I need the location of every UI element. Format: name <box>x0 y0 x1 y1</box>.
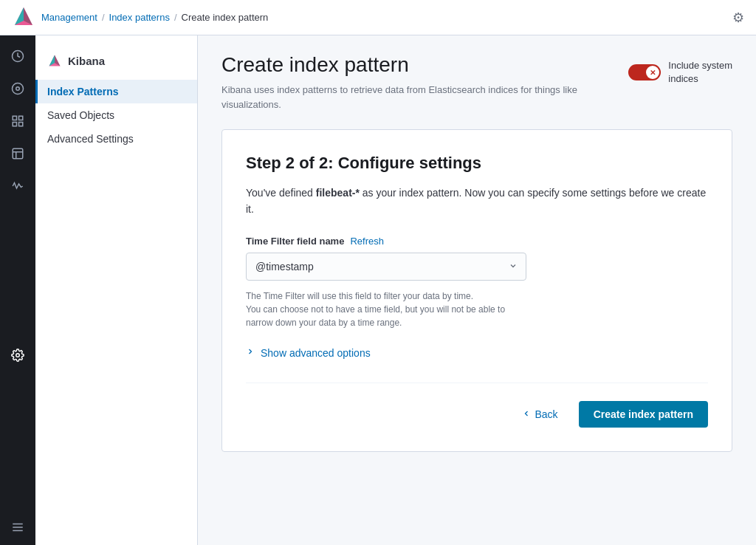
field-help-text: The Time Filter will use this field to f… <box>246 289 526 329</box>
topbar-logo <box>12 4 41 30</box>
topbar-settings-icon[interactable]: ⚙ <box>732 10 744 25</box>
sidebar-item-saved-objects[interactable]: Saved Objects <box>35 103 197 127</box>
time-filter-label: Time Filter field name Refresh <box>246 236 708 247</box>
svg-point-13 <box>16 354 20 357</box>
topbar-right: ⚙ <box>732 10 744 26</box>
chevron-left-icon <box>522 408 531 420</box>
back-button[interactable]: Back <box>513 402 567 426</box>
breadcrumb-sep-2: / <box>174 12 177 23</box>
rail-icon-clock[interactable] <box>3 41 32 71</box>
breadcrumb-sep-1: / <box>102 12 105 23</box>
breadcrumb-index-patterns[interactable]: Index patterns <box>109 12 170 23</box>
system-indices-toggle-group: ✕ Include systemindices <box>628 59 732 86</box>
svg-rect-9 <box>19 123 23 126</box>
rail-icon-dashboard[interactable] <box>3 139 32 168</box>
main-content: Create index pattern Kibana uses index p… <box>198 35 756 545</box>
create-index-pattern-button[interactable]: Create index pattern <box>579 401 708 428</box>
step-title: Step 2 of 2: Configure settings <box>246 154 708 173</box>
rail-icon-timelion[interactable] <box>3 171 32 201</box>
step-description-prefix: You've defined <box>246 187 316 199</box>
sidebar-item-index-patterns[interactable]: Index Patterns <box>35 80 197 103</box>
breadcrumb-management[interactable]: Management <box>41 12 97 23</box>
breadcrumb-current: Create index pattern <box>182 12 269 23</box>
time-filter-select[interactable]: @timestamp I don't want to use the Time … <box>246 253 526 281</box>
rail-icon-visualize[interactable] <box>3 106 32 136</box>
svg-point-4 <box>13 83 24 95</box>
time-filter-select-wrapper: @timestamp I don't want to use the Time … <box>246 253 526 281</box>
page-title: Create index pattern <box>221 53 605 77</box>
breadcrumb: Management / Index patterns / Create ind… <box>41 12 268 23</box>
step-card: Step 2 of 2: Configure settings You've d… <box>221 129 732 452</box>
sidebar-app-name: Kibana <box>35 47 197 80</box>
rail-icon-collapse[interactable] <box>3 515 32 545</box>
toggle-close-icon: ✕ <box>646 66 659 79</box>
layout: Kibana Index Patterns Saved Objects Adva… <box>0 35 756 545</box>
rail-icon-discover[interactable] <box>3 74 32 103</box>
sidebar: Kibana Index Patterns Saved Objects Adva… <box>35 35 198 545</box>
page-subtitle: Kibana uses index patterns to retrieve d… <box>221 83 605 112</box>
topbar: Management / Index patterns / Create ind… <box>0 0 756 35</box>
sidebar-nav: Index Patterns Saved Objects Advanced Se… <box>35 80 197 151</box>
svg-rect-6 <box>13 116 16 120</box>
show-advanced-options-button[interactable]: Show advanced options <box>246 347 371 359</box>
system-indices-label: Include systemindices <box>668 59 732 86</box>
rail-icon-management[interactable] <box>3 340 32 370</box>
icon-rail <box>0 35 35 545</box>
svg-rect-10 <box>13 148 23 159</box>
page-title-section: Create index pattern Kibana uses index p… <box>221 53 605 112</box>
svg-rect-7 <box>19 116 23 120</box>
svg-point-5 <box>16 87 20 91</box>
step-index-pattern: filebeat-* <box>316 187 360 199</box>
refresh-link[interactable]: Refresh <box>350 236 384 247</box>
sidebar-item-advanced-settings[interactable]: Advanced Settings <box>35 127 197 151</box>
chevron-right-icon <box>246 347 255 358</box>
svg-rect-8 <box>13 123 16 126</box>
step-description: You've defined filebeat-* as your index … <box>246 185 708 218</box>
page-header: Create index pattern Kibana uses index p… <box>221 53 732 112</box>
system-indices-toggle[interactable]: ✕ <box>628 64 661 80</box>
card-footer: Back Create index pattern <box>246 383 708 428</box>
